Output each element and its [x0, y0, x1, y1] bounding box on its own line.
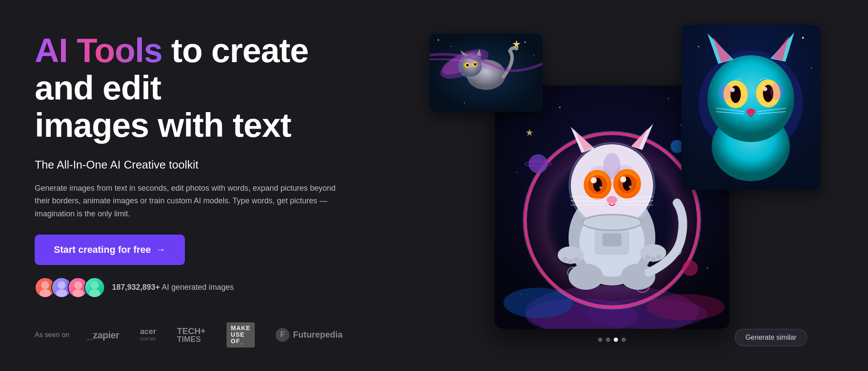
svg-point-58: [707, 268, 708, 269]
logo-futurepedia: F Futurepedia: [276, 328, 342, 342]
makeuse-stack: MAKE USE OF_: [227, 322, 255, 348]
svg-line-111: [571, 205, 605, 205]
svg-point-39: [763, 87, 767, 91]
svg-point-10: [451, 46, 452, 47]
as-seen-on-section: As seen on _zapier acer corner TECH+: [35, 315, 373, 348]
makeuse-3: OF_: [231, 338, 250, 344]
svg-point-46: [770, 83, 783, 100]
futurepedia-label: Futurepedia: [293, 330, 342, 340]
social-proof-text: 187,932,893+ AI generated images: [112, 283, 234, 292]
svg-point-5: [72, 289, 84, 297]
logos-row: _zapier acer corner TECH+ TIMES: [87, 322, 342, 348]
svg-rect-79: [602, 233, 621, 246]
svg-point-80: [569, 264, 603, 290]
hero-title-gradient: AI Tools: [35, 31, 162, 70]
pagination-dot-3[interactable]: [614, 338, 618, 342]
svg-point-49: [811, 68, 812, 69]
svg-point-104: [591, 177, 597, 183]
svg-point-54: [668, 98, 669, 99]
svg-point-72: [682, 260, 698, 276]
left-content: AI Tools to create and editimages with t…: [35, 32, 391, 348]
cta-arrow: →: [156, 244, 166, 255]
pagination-dot-4[interactable]: [621, 338, 626, 342]
page-container: AI Tools to create and editimages with t…: [0, 0, 868, 371]
cta-label: Start creating for free: [54, 244, 151, 255]
social-proof-label: AI generated images: [162, 283, 234, 292]
svg-point-45: [718, 83, 731, 101]
svg-point-11: [525, 42, 526, 43]
svg-point-87: [645, 255, 650, 260]
svg-point-0: [41, 281, 49, 289]
image-collage: Generate similar: [404, 25, 820, 355]
image-cat-portrait[interactable]: [681, 25, 820, 190]
avatar-stack: [35, 277, 105, 298]
svg-point-57: [516, 172, 517, 173]
cta-button[interactable]: Start creating for free →: [35, 235, 185, 265]
image-flying-cat[interactable]: [430, 33, 542, 112]
svg-point-48: [698, 46, 700, 47]
futurepedia-icon: F: [276, 328, 289, 342]
svg-point-85: [568, 259, 573, 264]
pagination-dot-1[interactable]: [598, 338, 602, 342]
svg-point-53: [559, 107, 561, 108]
makeuse-1: MAKE: [231, 325, 250, 331]
svg-point-107: [629, 186, 631, 188]
svg-line-114: [619, 205, 653, 205]
hero-title: AI Tools to create and editimages with t…: [35, 32, 373, 144]
svg-point-88: [651, 257, 656, 262]
techtimes-times: TIMES: [177, 335, 206, 343]
svg-point-29: [707, 55, 794, 142]
logo-zapier: _zapier: [87, 328, 119, 341]
svg-point-9: [438, 40, 439, 41]
acer-main: acer: [140, 328, 156, 336]
as-seen-label: As seen on: [35, 331, 69, 339]
svg-point-3: [56, 289, 67, 297]
svg-point-64: [647, 294, 725, 320]
hero-subtitle: The All-In-One AI Creative toolkit: [35, 158, 373, 172]
svg-point-47: [802, 37, 804, 39]
pagination-dot-2[interactable]: [606, 338, 610, 342]
image-pagination: [598, 338, 626, 342]
social-proof-count: 187,932,893+: [112, 283, 160, 292]
techtimes-tech: TECH+: [177, 327, 206, 335]
hero-description: Generate images from text in seconds, ed…: [35, 182, 347, 221]
svg-point-40: [746, 109, 755, 115]
makeuse-2: USE: [231, 331, 250, 338]
zapier-text: _zapier: [87, 328, 119, 341]
svg-point-4: [74, 281, 82, 289]
svg-point-69: [529, 154, 548, 173]
svg-point-86: [574, 257, 579, 262]
svg-point-13: [464, 103, 465, 103]
logo-techtimes: TECH+ TIMES: [177, 327, 206, 343]
svg-point-106: [599, 186, 602, 189]
right-content: Generate similar: [391, 26, 833, 354]
svg-point-12: [533, 55, 534, 56]
acer-sub: corner: [140, 336, 156, 342]
svg-point-105: [620, 176, 626, 182]
avatar: [84, 277, 105, 298]
generate-similar-button[interactable]: Generate similar: [735, 329, 807, 346]
techtimes-stack: TECH+ TIMES: [177, 327, 206, 343]
svg-point-1: [39, 289, 51, 297]
svg-point-6: [91, 281, 99, 289]
svg-point-108: [607, 196, 617, 204]
svg-point-7: [89, 289, 100, 297]
svg-point-84: [562, 257, 568, 262]
logo-acer: acer corner: [140, 328, 156, 342]
svg-point-2: [58, 281, 66, 289]
svg-point-22: [466, 64, 469, 66]
social-proof: 187,932,893+ AI generated images: [35, 277, 373, 298]
svg-point-89: [656, 255, 661, 260]
logo-makeuse: MAKE USE OF_: [227, 322, 255, 348]
